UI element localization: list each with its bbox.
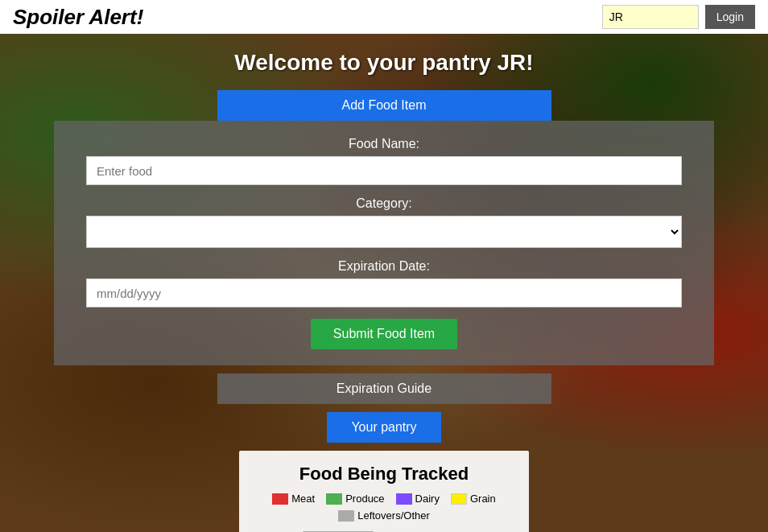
chart-section: Food Being Tracked Meat Produce Dairy Gr… [239,451,529,532]
dairy-label: Dairy [415,493,440,505]
grain-label: Grain [470,493,496,505]
legend-produce: Produce [326,493,384,505]
app-title: Spoiler Alert! [13,5,143,30]
legend-leftovers: Leftovers/Other [338,509,430,522]
header-right: Login [602,5,755,29]
leftovers-color-box [338,510,354,522]
expiration-label: Expiration Date: [86,259,682,274]
meat-color-box [272,493,288,505]
food-name-label: Food Name: [86,137,682,151]
username-input[interactable] [602,5,699,29]
background-area: Welcome to your pantry JR! Add Food Item… [0,34,768,532]
food-form: Food Name: Category: Meat Produce Dairy … [54,121,714,365]
chart-legend: Meat Produce Dairy Grain Leftovers/Other [252,493,516,522]
header: Spoiler Alert! Login [0,0,768,34]
legend-grain: Grain [451,493,496,505]
produce-label: Produce [345,493,384,505]
main-content: Welcome to your pantry JR! Add Food Item… [0,34,768,532]
login-button[interactable]: Login [705,5,755,29]
category-label: Category: [86,196,682,211]
your-pantry-button[interactable]: Your pantry [327,412,440,443]
chart-title: Food Being Tracked [252,464,516,485]
grain-color-box [451,493,467,505]
food-name-input[interactable] [86,156,682,185]
add-food-button[interactable]: Add Food Item [217,90,551,121]
dairy-color-box [396,493,412,505]
category-select[interactable]: Meat Produce Dairy Grain Leftovers/Other [86,216,682,248]
legend-dairy: Dairy [396,493,440,505]
legend-meat: Meat [272,493,315,505]
submit-food-button[interactable]: Submit Food Item [311,319,457,349]
expiration-input[interactable] [86,278,682,307]
expiration-guide-button[interactable]: Expiration Guide [217,373,551,404]
meat-label: Meat [291,493,315,505]
produce-color-box [326,493,342,505]
welcome-text: Welcome to your pantry JR! [234,50,533,76]
leftovers-label: Leftovers/Other [357,509,430,522]
